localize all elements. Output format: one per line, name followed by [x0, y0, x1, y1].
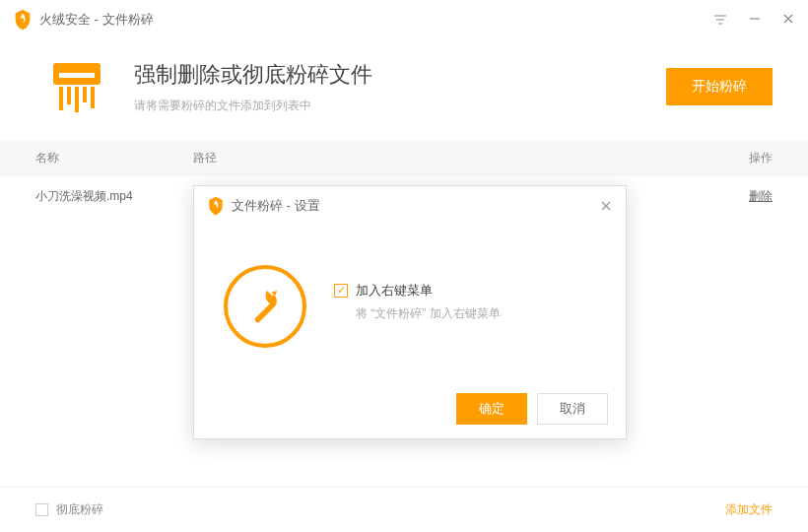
svg-rect-3: [59, 87, 63, 110]
app-logo-icon: [14, 9, 32, 31]
dialog-titlebar: 文件粉碎 - 设置: [194, 186, 626, 226]
option-label: 加入右键菜单: [356, 282, 433, 299]
dialog-body: ✓ 加入右键菜单 将 “文件粉碎” 加入右键菜单: [194, 226, 626, 379]
window-controls: [713, 13, 794, 27]
table-header: 名称 路径 操作: [0, 140, 808, 176]
file-name: 小刀洗澡视频.mp4: [35, 188, 193, 205]
page-heading: 强制删除或彻底粉碎文件: [134, 60, 666, 90]
svg-rect-4: [67, 87, 71, 104]
dialog-title: 文件粉碎 - 设置: [232, 197, 600, 215]
dialog-close-icon[interactable]: [600, 198, 612, 215]
cancel-button[interactable]: 取消: [537, 393, 608, 425]
ok-button[interactable]: 确定: [456, 393, 527, 425]
menu-icon[interactable]: [713, 13, 727, 27]
settings-dialog: 文件粉碎 - 设置 ✓ 加入右键菜单 将 “文件粉碎” 加入右键菜单 确定 取消: [193, 185, 627, 439]
footer-bar: 彻底粉碎 添加文件: [0, 487, 808, 532]
option-description: 将 “文件粉碎” 加入右键菜单: [356, 305, 501, 322]
svg-rect-2: [59, 73, 95, 78]
header-text: 强制删除或彻底粉碎文件 请将需要粉碎的文件添加到列表中: [134, 60, 666, 114]
col-header-name: 名称: [35, 150, 193, 166]
add-file-link[interactable]: 添加文件: [725, 501, 773, 518]
option-row: ✓ 加入右键菜单: [334, 282, 501, 299]
minimize-icon[interactable]: [749, 13, 761, 27]
page-subheading: 请将需要粉碎的文件添加到列表中: [134, 98, 666, 114]
thorough-checkbox[interactable]: [35, 503, 48, 516]
thorough-label: 彻底粉碎: [56, 501, 725, 518]
col-header-action: 操作: [713, 150, 773, 166]
shredder-icon: [47, 57, 106, 116]
context-menu-checkbox[interactable]: ✓: [334, 284, 348, 298]
titlebar: 火绒安全 - 文件粉碎: [0, 0, 808, 39]
option-group: ✓ 加入右键菜单 将 “文件粉碎” 加入右键菜单: [334, 282, 501, 332]
wrench-icon: [224, 265, 306, 348]
svg-rect-5: [75, 87, 79, 112]
start-shred-button[interactable]: 开始粉碎: [666, 68, 773, 105]
col-header-path: 路径: [193, 150, 713, 166]
header-section: 强制删除或彻底粉碎文件 请将需要粉碎的文件添加到列表中 开始粉碎: [0, 39, 808, 140]
svg-rect-6: [83, 87, 87, 102]
close-icon[interactable]: [782, 13, 794, 27]
svg-rect-7: [91, 87, 95, 108]
app-title: 火绒安全 - 文件粉碎: [39, 11, 713, 29]
dialog-logo-icon: [208, 196, 224, 216]
delete-link[interactable]: 删除: [713, 188, 773, 205]
dialog-footer: 确定 取消: [194, 379, 626, 438]
